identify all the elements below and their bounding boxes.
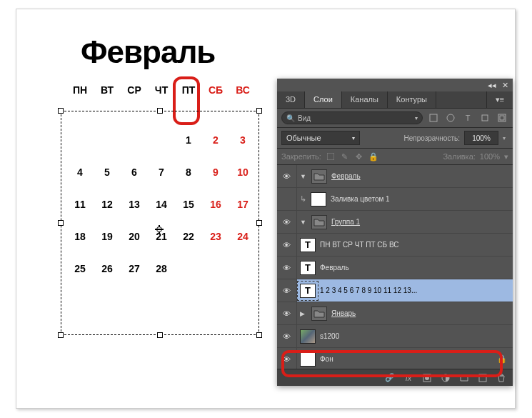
lock-pixels-icon[interactable] <box>326 151 336 161</box>
disclosure-triangle-icon[interactable]: ▶ <box>300 310 307 317</box>
layer-name[interactable]: Февраль <box>320 264 349 272</box>
layer-name[interactable]: Февраль <box>331 172 361 180</box>
layer-text-numbers[interactable]: 👁 T1 2 3 4 5 6 7 8 9 10 11 12 13... <box>277 279 513 302</box>
lock-position-icon[interactable]: ✥ <box>354 151 364 161</box>
disclosure-triangle-icon[interactable]: ▼ <box>300 219 307 226</box>
layer-thumb <box>311 192 326 206</box>
svg-rect-5 <box>327 153 334 160</box>
handle-n[interactable] <box>157 108 163 114</box>
layer-name[interactable]: Заливка цветом 1 <box>331 195 390 203</box>
group-icon[interactable] <box>458 372 470 384</box>
day-cell: 23 <box>202 231 229 242</box>
day-cell: 14 <box>148 199 175 210</box>
tab-paths[interactable]: Контуры <box>388 91 436 108</box>
clip-icon: ↳ <box>300 194 306 204</box>
svg-point-7 <box>425 376 429 380</box>
layer-name[interactable]: 1 2 3 4 5 6 7 8 9 10 11 12 13... <box>320 287 417 294</box>
fill-chevron-icon[interactable]: ▾ <box>504 152 508 161</box>
handle-ne[interactable] <box>256 108 262 114</box>
handle-nw[interactable] <box>58 108 64 114</box>
svg-rect-2 <box>482 115 488 121</box>
layer-name[interactable]: s1200 <box>320 332 339 340</box>
visibility-toggle[interactable] <box>277 188 297 210</box>
svg-point-1 <box>447 114 454 121</box>
layer-name[interactable]: Группа 1 <box>331 218 360 226</box>
tab-3d[interactable]: 3D <box>277 91 305 108</box>
visibility-toggle[interactable]: 👁 <box>277 257 297 279</box>
layer-group-1[interactable]: 👁 ▼Группа 1 <box>277 211 513 234</box>
tab-channels[interactable]: Каналы <box>342 91 388 108</box>
panel-menu-icon[interactable]: ▾≡ <box>487 91 513 108</box>
blend-mode-select[interactable]: Обычные▾ <box>281 131 360 145</box>
filter-smart-icon[interactable] <box>496 111 508 124</box>
visibility-toggle[interactable]: 👁 <box>277 348 297 370</box>
dow-cell: ВС <box>229 84 256 96</box>
visibility-toggle[interactable]: 👁 <box>277 279 297 302</box>
opacity-input[interactable]: 100% <box>464 131 498 145</box>
close-icon[interactable]: ✕ <box>501 81 508 89</box>
handle-w[interactable] <box>58 220 64 226</box>
chevron-down-icon: ▾ <box>415 115 418 121</box>
day-cell: 1 <box>175 134 202 146</box>
day-cell: 24 <box>229 231 256 242</box>
handle-e[interactable] <box>256 220 262 226</box>
link-layers-icon[interactable]: 🔗 <box>384 372 396 384</box>
layer-thumb <box>300 329 316 344</box>
layer-name[interactable]: Фон <box>320 355 333 363</box>
lock-label: Закрепить: <box>281 152 321 161</box>
type-layer-icon: T <box>300 284 316 298</box>
filter-pixel-icon[interactable] <box>427 111 440 124</box>
filter-type-icon[interactable]: T <box>461 111 474 124</box>
day-cell: 5 <box>94 166 121 178</box>
handle-sw[interactable] <box>58 332 64 338</box>
new-layer-icon[interactable] <box>477 372 488 384</box>
day-cell: 2 <box>202 134 229 146</box>
layer-color-fill[interactable]: ↳Заливка цветом 1 <box>277 188 513 211</box>
tab-layers[interactable]: Слои <box>305 91 342 108</box>
day-cell: 18 <box>66 231 94 242</box>
day-cell: 13 <box>121 199 148 210</box>
day-cell: 15 <box>175 199 202 210</box>
filter-adjust-icon[interactable] <box>444 111 457 124</box>
visibility-toggle[interactable]: 👁 <box>277 234 297 256</box>
folder-icon <box>311 169 327 184</box>
layer-text-dow[interactable]: 👁 TПН ВТ СР ЧТ ПТ СБ ВС <box>277 234 513 257</box>
lock-row: Закрепить: ✎ ✥ 🔒 Заливка: 100% ▾ <box>277 149 513 165</box>
mask-icon[interactable] <box>421 372 433 384</box>
handle-se[interactable] <box>256 332 262 338</box>
handle-s[interactable] <box>157 332 163 338</box>
layers-panel: ◂◂ ✕ 3D Слои Каналы Контуры ▾≡ 🔍 Вид ▾ T… <box>277 79 513 386</box>
folder-icon <box>311 215 327 229</box>
dow-cell: СБ <box>202 84 229 96</box>
disclosure-triangle-icon[interactable]: ▼ <box>300 173 307 180</box>
layer-name[interactable]: Январь <box>331 309 356 317</box>
lock-all-icon[interactable]: 🔒 <box>368 151 378 161</box>
visibility-toggle[interactable]: 👁 <box>277 211 297 233</box>
opacity-chevron-icon[interactable]: ▾ <box>503 135 508 141</box>
fill-input[interactable]: 100% <box>480 152 500 161</box>
filter-kind-select[interactable]: 🔍 Вид ▾ <box>281 111 423 124</box>
delete-icon[interactable] <box>496 372 507 384</box>
day-cell: 6 <box>121 166 148 178</box>
panel-topbar: ◂◂ ✕ <box>277 79 513 91</box>
filter-shape-icon[interactable] <box>478 111 491 124</box>
visibility-toggle[interactable]: 👁 <box>277 325 297 347</box>
day-cell: 27 <box>121 263 148 274</box>
type-layer-icon: T <box>300 238 316 252</box>
visibility-toggle[interactable]: 👁 <box>277 165 297 187</box>
lock-icon: 🔒 <box>497 354 507 364</box>
layer-s1200[interactable]: 👁 s1200 <box>277 325 513 348</box>
layer-group-january[interactable]: 👁 ▶Январь <box>277 302 513 325</box>
fx-icon[interactable]: fx <box>403 372 414 384</box>
dow-cell: ПН <box>66 84 94 96</box>
layer-text-february[interactable]: 👁 TФевраль <box>277 257 513 279</box>
lock-brush-icon[interactable]: ✎ <box>340 151 350 161</box>
transform-anchor[interactable] <box>155 225 164 234</box>
collapse-icon[interactable]: ◂◂ <box>488 81 496 89</box>
visibility-toggle[interactable]: 👁 <box>277 302 297 324</box>
layer-background[interactable]: 👁 Фон🔒 <box>277 348 513 371</box>
panel-tabs: 3D Слои Каналы Контуры ▾≡ <box>277 91 513 109</box>
layer-group-february[interactable]: 👁 ▼Февраль <box>277 165 513 188</box>
adjustment-icon[interactable] <box>440 372 451 384</box>
layer-name[interactable]: ПН ВТ СР ЧТ ПТ СБ ВС <box>320 241 399 249</box>
